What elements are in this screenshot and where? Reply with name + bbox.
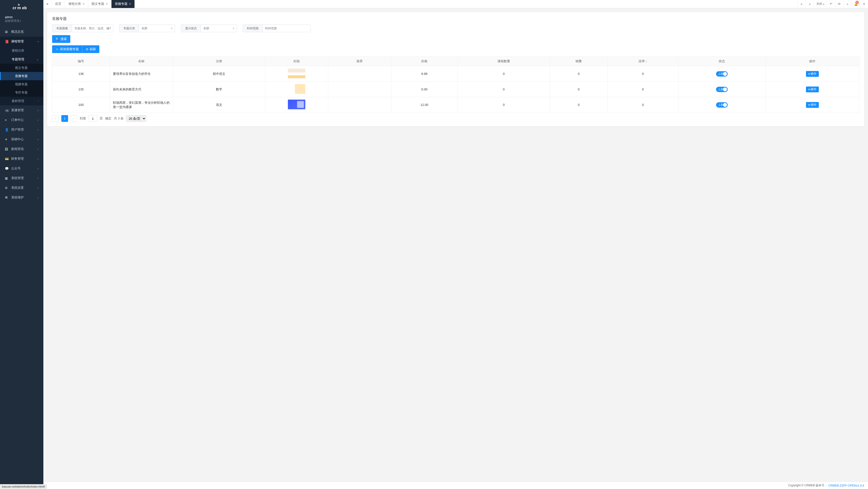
user-role-dropdown[interactable]: 超级管理员▾ [5,19,21,23]
cell-sales: 0 [550,97,608,113]
user-icon: 👤 [5,128,9,131]
search-date-input[interactable] [262,25,311,32]
th-cover: 封面 [265,57,328,66]
add-topic-button[interactable]: ＋添加音频专题 [52,45,82,53]
nav-topic-audio[interactable]: 音频专题 [0,72,43,80]
chevron-icon: › [37,41,39,42]
search-date-label: 时间范围 [243,25,262,32]
refresh-button[interactable]: ⟳ [835,0,843,8]
caret-down-icon: ▾ [823,3,825,5]
user-box: admin 超级管理员▾ [0,14,43,25]
close-icon[interactable]: ✕ [106,2,108,6]
pager-page-1[interactable]: 1 [61,115,68,122]
nav-order[interactable]: ≡ 订单中心 › [0,115,43,125]
th-recommend: 推荐 [328,57,391,66]
nav-overview[interactable]: 🏛 概况总览 [0,27,43,37]
operate-button[interactable]: ▾操作 [806,102,819,108]
th-course-count: 课程数量 [458,57,550,66]
cell-price: 9.99 [391,66,458,82]
nav-system-manage[interactable]: ▦ 系统管理 › [0,173,43,183]
nav-material[interactable]: 素材管理 › [0,97,43,105]
search-button[interactable]: 🔍搜索 [52,35,70,43]
nav-wechat[interactable]: 💬 公众号 › [0,163,43,173]
cell-sales: 0 [550,82,608,97]
bell-badge: 0 [856,1,859,4]
th-category: 分类 [173,57,265,66]
cell-status: 上架 [678,82,765,97]
cell-price: 0.00 [391,82,458,97]
tab-prev-button[interactable]: « [797,0,805,8]
footer: Copyright © CRMEB 版本号： CRMEB-ZSFF-OPENv1… [43,482,868,489]
add-button[interactable]: ＋ [843,0,851,8]
chevron-icon: › [38,187,38,189]
nav-course-category[interactable]: 课程分类 [0,46,43,55]
th-id: 编号 [52,57,110,66]
pager-next[interactable]: › [70,115,77,122]
chevron-icon: › [38,177,38,180]
cell-sort: 0 [608,82,679,97]
pager-perpage-select[interactable]: 20 条/页 [126,115,146,122]
th-status: 状态 [678,57,765,66]
pager-prev[interactable]: ‹ [52,115,59,122]
chevron-icon: › [38,167,38,170]
search-category-select[interactable]: 全部 [139,25,175,32]
tab-next-button[interactable]: » [805,0,814,8]
refresh-icon: ⟳ [86,48,88,51]
plus-icon: ＋ [56,47,59,51]
cell-cover [265,82,328,97]
cover-image [288,84,305,94]
refresh-list-button[interactable]: ⟳刷新 [82,45,99,53]
tab-home[interactable]: 首页 [52,0,65,8]
tab-audio-topic[interactable]: 音频专题✕ [112,0,135,8]
status-switch[interactable]: 上架 [716,87,728,92]
svg-text:m: m [18,6,21,10]
nav-topic-column[interactable]: 专栏专题 [0,88,43,97]
undo-button[interactable]: ↶ [827,0,835,8]
nav-live[interactable]: 📹 直播管理 › [0,105,43,115]
operate-button[interactable]: ▾操作 [806,71,819,77]
nav-system-maintain[interactable]: 🛠 系统维护 › [0,193,43,202]
search-keyword-input[interactable] [72,25,114,32]
chevron-icon: › [38,138,38,141]
browser-statusbar: kaiyuan.net/admin/index/index.html# [0,484,47,489]
nav-finance[interactable]: 💳 财务管理 › [0,154,43,163]
cover-image [288,100,305,109]
close-icon[interactable]: ✕ [83,2,85,6]
th-sort[interactable]: 排序▲▼ [608,57,679,66]
bell-button[interactable]: 🔔0 [851,0,860,8]
cell-status: 上架 [678,66,765,82]
chevron-icon: › [38,157,38,160]
status-switch[interactable]: 上架 [716,71,728,77]
menu-toggle[interactable]: ≡ [43,0,52,8]
topbar-actions: « » 关闭▾ ↶ ⟳ ＋ 🔔0 ≡ [797,0,868,8]
cell-price: 12.00 [391,97,458,113]
th-name: 名称 [110,57,173,66]
footer-version-link[interactable]: CRMEB-ZSFF-OPENv1.4.4 [828,484,864,487]
tab-close-dropdown[interactable]: 关闭▾ [814,0,827,8]
nav-course[interactable]: 📕 课程管理 › [0,37,43,46]
topbar: ≡ 首页 课程分类✕ 图文专题✕ 音频专题✕ « » 关闭▾ ↶ ⟳ ＋ 🔔0 … [43,0,868,8]
cell-sort: 0 [608,66,679,82]
pager-confirm[interactable]: 确定 [105,117,112,121]
nav-marketing[interactable]: ✈ 营销中心 › [0,134,43,144]
caret-down-icon: ▾ [808,88,810,91]
nav-topic-video[interactable]: 视频专题 [0,80,43,88]
pager-goto-input[interactable] [88,115,97,122]
caret-down-icon: ▾ [808,103,810,106]
svg-text:eb: eb [22,6,27,10]
status-switch[interactable]: 上架 [716,102,728,108]
cell-cover [265,97,328,113]
nav-topic-manage[interactable]: 专题管理 ⌄ [0,55,43,64]
operate-button[interactable]: ▾操作 [806,87,819,92]
tab-image-topic[interactable]: 图文专题✕ [88,0,112,8]
tab-course-category[interactable]: 课程分类✕ [65,0,88,8]
nav-topic-image[interactable]: 图文专题 [0,64,43,72]
more-button[interactable]: ≡ [860,0,868,8]
nav-system-settings[interactable]: ⚙ 系统设置 › [0,183,43,193]
search-status-select[interactable]: 全部 [200,25,237,32]
close-icon[interactable]: ✕ [129,2,131,6]
nav-user[interactable]: 👤 用户管理 › [0,125,43,134]
cell-sort: 0 [608,97,679,113]
chevron-down-icon: ⌄ [37,58,38,61]
nav-news[interactable]: 🖼 新闻资讯 › [0,144,43,154]
